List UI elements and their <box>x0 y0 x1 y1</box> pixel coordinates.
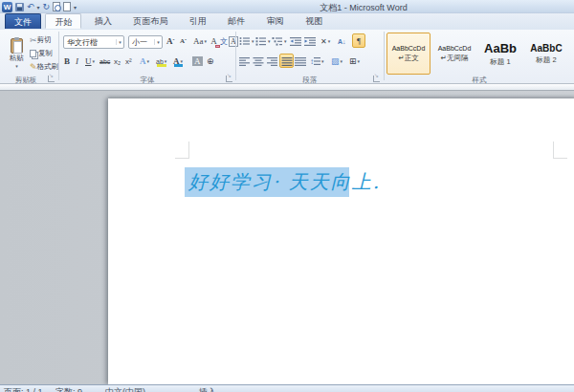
font-dialog-launcher-icon[interactable] <box>226 76 232 82</box>
tab-references[interactable]: 引用 <box>181 13 215 29</box>
enclose-character-button[interactable]: ⊕ <box>207 54 214 68</box>
tab-page-layout[interactable]: 页面布局 <box>124 13 176 29</box>
style-name: ↵正文 <box>398 54 418 63</box>
document-page[interactable]: 好好学习· 天天向上. <box>108 98 574 384</box>
align-left-button[interactable] <box>239 54 251 68</box>
align-right-icon <box>266 56 277 66</box>
cut-button[interactable]: ✂ 剪切 <box>30 34 52 46</box>
decrease-indent-icon <box>290 36 301 46</box>
numbering-icon <box>255 36 267 46</box>
group-separator <box>384 32 385 80</box>
paste-dropdown-icon: ▾ <box>15 63 18 69</box>
sort-button[interactable]: A↓ <box>338 34 346 48</box>
highlight-color-bar <box>157 64 166 67</box>
strikethrough-button[interactable]: abc <box>99 54 110 68</box>
multilevel-list-button[interactable]: ▾ <box>272 34 287 48</box>
decrease-indent-button[interactable] <box>290 34 301 48</box>
align-right-button[interactable] <box>266 54 277 68</box>
tab-file[interactable]: 文件 <box>5 13 41 29</box>
underline-dropdown-icon: ▾ <box>93 58 96 64</box>
word-logo-icon[interactable]: W <box>2 2 12 12</box>
tab-home[interactable]: 开始 <box>45 13 81 29</box>
font-color-button[interactable]: A ▾ <box>173 54 183 68</box>
style-card-heading1[interactable]: AaBb 标题 1 <box>478 33 522 75</box>
style-card-normal[interactable]: AaBbCcDd ↵正文 <box>386 33 430 75</box>
bullets-icon <box>239 36 251 46</box>
shrink-font-button[interactable]: Aˇ <box>180 34 187 48</box>
paste-label: 粘贴 <box>10 54 24 63</box>
increase-indent-icon <box>304 36 316 46</box>
subscript-button[interactable]: x₂ <box>114 54 121 68</box>
justify-button[interactable] <box>279 54 294 68</box>
format-painter-button[interactable]: ✎ 格式刷 <box>30 61 58 73</box>
redo-icon[interactable]: ↻ <box>43 2 51 11</box>
distributed-icon <box>295 56 306 66</box>
font-color-bar <box>174 64 183 67</box>
bullets-button[interactable]: ▾ <box>239 34 254 48</box>
style-name: ↵无间隔 <box>441 54 469 63</box>
show-hide-mark-button[interactable]: ¶ <box>352 33 365 48</box>
grow-font-button[interactable]: Aˆ <box>166 34 175 48</box>
paste-button[interactable]: 粘贴 ▾ <box>4 33 29 73</box>
cut-label: 剪切 <box>37 35 52 45</box>
increase-indent-button[interactable] <box>304 34 316 48</box>
phonetic-guide-button[interactable]: 文 <box>220 34 228 48</box>
change-case-button[interactable]: Aa ▾ <box>193 34 207 48</box>
styles-group-label: 样式 <box>385 76 574 84</box>
sort-icon: A↓ <box>338 38 346 45</box>
numbering-button[interactable]: ▾ <box>255 34 271 48</box>
underline-button[interactable]: U ▾ <box>85 54 95 68</box>
line-spacing-button[interactable]: ↕ ▾ <box>310 54 324 68</box>
superscript-button[interactable]: x² <box>125 54 132 68</box>
paragraph-dialog-launcher-icon[interactable] <box>373 76 380 82</box>
clipboard-dialog-launcher-icon[interactable] <box>48 76 55 82</box>
line-spacing-lines-icon <box>314 56 320 66</box>
style-sample: AaBb <box>484 41 517 55</box>
undo-icon[interactable]: ↶ <box>27 2 34 11</box>
status-language[interactable]: 中文(中国) <box>105 386 145 392</box>
distributed-button[interactable] <box>295 54 306 68</box>
phonetic-guide-icon: 文 <box>220 36 228 47</box>
align-center-button[interactable] <box>253 54 264 68</box>
shading-button[interactable]: ▨ ▾ <box>331 54 342 68</box>
tab-view[interactable]: 视图 <box>297 13 331 29</box>
format-painter-label: 格式刷 <box>37 62 59 72</box>
shading-dropdown-icon: ▾ <box>341 58 343 64</box>
copy-label: 复制 <box>38 49 53 58</box>
print-preview-icon[interactable] <box>53 2 60 11</box>
borders-button[interactable]: ⊞ ▾ <box>349 54 360 68</box>
italic-button[interactable]: I <box>76 54 78 68</box>
status-word-count[interactable]: 字数: 9 <box>55 386 82 392</box>
document-text: 好好学习· 天天向上. <box>185 169 381 195</box>
asian-layout-dropdown-icon: ▾ <box>328 38 331 44</box>
character-shading-button[interactable]: A <box>192 54 203 68</box>
customize-qat-dropdown-icon[interactable]: ▾ <box>74 4 77 11</box>
shrink-caret-icon: ˇ <box>185 38 187 44</box>
style-card-heading3[interactable]: AaBbC 标题 3 <box>570 33 574 75</box>
font-name-select[interactable]: 华文行楷 ▾ <box>63 35 124 49</box>
status-page-indicator[interactable]: 页面: 1 / 1 <box>4 386 43 392</box>
bold-icon: B <box>64 56 70 66</box>
style-card-no-spacing[interactable]: AaBbCcDd ↵无间隔 <box>432 33 476 75</box>
undo-dropdown-icon[interactable]: ▾ <box>37 4 40 11</box>
character-shading-icon: A <box>192 56 203 66</box>
title-bar: W ↶▾ ↻ ▾ 文档1 - Microsoft Word <box>0 0 574 13</box>
bold-button[interactable]: B <box>64 54 70 68</box>
new-document-icon[interactable] <box>63 2 71 11</box>
text-highlight-button[interactable]: ab ▾ <box>156 54 166 68</box>
font-size-select[interactable]: 小一 ▾ <box>128 35 163 49</box>
clear-formatting-button[interactable]: A <box>209 34 219 48</box>
status-insert-mode[interactable]: 插入 <box>199 386 216 392</box>
tab-review[interactable]: 审阅 <box>258 13 293 29</box>
tab-mailings[interactable]: 邮件 <box>219 13 254 29</box>
copy-icon <box>30 50 36 57</box>
copy-button[interactable]: 复制 <box>30 48 53 59</box>
character-border-button[interactable]: A <box>229 35 238 47</box>
borders-icon: ⊞ <box>349 56 357 66</box>
tab-insert[interactable]: 插入 <box>86 13 121 29</box>
asian-layout-button[interactable]: ✕ ▾ <box>320 34 330 48</box>
style-card-heading2[interactable]: AaBbC 标题 2 <box>524 33 568 75</box>
text-effects-button[interactable]: A ▾ <box>140 54 149 68</box>
superscript-icon: x² <box>125 57 132 66</box>
save-icon[interactable] <box>15 3 24 11</box>
